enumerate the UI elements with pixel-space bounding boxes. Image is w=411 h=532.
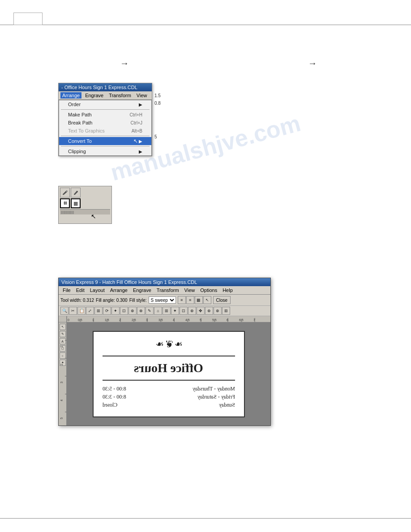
tool-icon-image[interactable]: ▦ xyxy=(71,198,81,208)
toolbar-screenshot: ⌗ ▦ |||||||||||||||| ↖ xyxy=(58,186,112,224)
app-tool-5[interactable]: ⊞ xyxy=(94,307,103,315)
app-toolbar: Tool width: 0.312 Fill angle: 0.300 Fill… xyxy=(59,295,270,306)
app-tool-10[interactable]: ⊗ xyxy=(137,307,145,315)
canvas-workspace: ❧❦❧ Office Hours Monday - Thursday 8:00 … xyxy=(67,322,270,425)
top-border xyxy=(0,25,411,25)
sign-day-1: Monday - Thursday xyxy=(192,386,235,392)
app-menu-transform[interactable]: Transform xyxy=(154,287,181,293)
svg-text:5: 5 xyxy=(200,318,201,322)
app-menu-file[interactable]: File xyxy=(60,287,73,293)
svg-text:3.5: 3.5 xyxy=(158,318,163,322)
sign-ornament: ❧❦❧ xyxy=(154,339,183,350)
tool-icon-pen[interactable] xyxy=(71,188,81,197)
sign-day-3: Sunday xyxy=(219,402,235,408)
app-screenshot: Vision Express 9 - Hatch Fill Office Hou… xyxy=(58,278,271,426)
sign-canvas: ❧❦❧ Office Hours Monday - Thursday 8:00 … xyxy=(93,331,245,417)
ruler-mark-1: 1.5 xyxy=(154,93,161,98)
sign-time-3: Closed xyxy=(103,402,117,408)
app-tool-18[interactable]: ⊕ xyxy=(205,307,213,315)
svg-text:1.5: 1.5 xyxy=(105,318,109,322)
svg-text:3: 3 xyxy=(60,382,63,383)
app-tool-13[interactable]: ⊞ xyxy=(163,307,171,315)
sign-divider-bottom xyxy=(103,380,235,381)
menu-item-break-path[interactable]: Break Path Ctrl+J xyxy=(59,119,151,127)
app-tool-3[interactable]: 📋 xyxy=(77,307,86,315)
app-icon-image-mode[interactable]: ▦ xyxy=(195,296,203,304)
svg-text:1: 1 xyxy=(92,318,94,322)
svg-text:4: 4 xyxy=(60,399,63,401)
cursor-in-menu: ↖ xyxy=(133,138,138,144)
app-menu-help[interactable]: Help xyxy=(220,287,235,293)
sign-title: Office Hours xyxy=(134,361,203,375)
svg-text:5: 5 xyxy=(60,417,63,419)
app-tool-14[interactable]: ✦ xyxy=(171,307,179,315)
fill-style-label: Fill style: xyxy=(129,298,147,303)
svg-text:3: 3 xyxy=(146,318,148,322)
bottom-border xyxy=(0,518,411,519)
app-tool-8[interactable]: ⊡ xyxy=(120,307,128,315)
app-tool-15[interactable]: ⊡ xyxy=(180,307,188,315)
app-tool-12[interactable]: ⌂ xyxy=(154,307,162,315)
svg-text:0: 0 xyxy=(68,318,69,322)
app-menu-layout[interactable]: Layout xyxy=(88,287,107,293)
close-button[interactable]: Close xyxy=(213,296,231,304)
left-ruler: ↖ ✎ A ◻ ○ ✦ 1 2 3 4 xyxy=(59,322,67,425)
tool-icon-link[interactable]: ⌗ xyxy=(60,198,70,208)
menu-view[interactable]: View xyxy=(135,92,149,99)
svg-text:7: 7 xyxy=(253,318,255,322)
app-menu-view[interactable]: View xyxy=(182,287,197,293)
left-ruler-svg: 1 2 3 4 5 xyxy=(59,322,67,425)
sign-day-2: Friday - Saturday xyxy=(197,394,235,400)
app-tool-11[interactable]: ✎ xyxy=(146,307,154,315)
app-tool-6[interactable]: ⟳ xyxy=(103,307,111,315)
app-menu-edit[interactable]: Edit xyxy=(74,287,87,293)
app-tool-2[interactable]: ✂ xyxy=(69,307,77,315)
top-ruler: 0 0.5 1 1.5 2 2.5 3 3.5 4 xyxy=(67,316,270,322)
svg-text:4: 4 xyxy=(173,318,175,322)
workspace-area: 0 0.5 1 1.5 2 2.5 3 3.5 4 xyxy=(59,316,270,425)
menu-item-make-path[interactable]: Make Path Ctrl+H xyxy=(59,111,151,119)
menu-item-clipping[interactable]: Clipping ▶ xyxy=(59,147,151,155)
app-menu-engrave[interactable]: Engrave xyxy=(131,287,154,293)
menu-sep-1 xyxy=(61,109,150,110)
ruler-svg: 0 0.5 1 1.5 2 2.5 3 3.5 4 xyxy=(67,316,270,322)
app-tool-20[interactable]: ⊞ xyxy=(222,307,230,315)
app-tool-19[interactable]: ⊕ xyxy=(214,307,222,315)
sign-hours: Monday - Thursday 8:00 - 5:30 Friday - S… xyxy=(103,386,235,410)
app-menu-options[interactable]: Options xyxy=(198,287,219,293)
fill-style-select[interactable]: S sweep xyxy=(149,296,176,304)
app-tool-1[interactable]: 🔍 xyxy=(60,307,68,315)
app-toolbar-icon-group: ≡ ≡ ▦ ↖ xyxy=(178,296,211,304)
menu-item-text-to-graphics[interactable]: Text To Graphics Alt+B xyxy=(59,127,151,135)
sign-divider-top xyxy=(103,356,235,356)
app-tool-17[interactable]: ✤ xyxy=(197,307,205,315)
app-tool-9[interactable]: ⊕ xyxy=(128,307,137,315)
menu-item-order[interactable]: Order ▶ xyxy=(59,100,151,108)
ruler-row: 0 0.5 1 1.5 2 2.5 3 3.5 4 xyxy=(59,316,270,322)
svg-text:2: 2 xyxy=(119,318,121,322)
menu-transform[interactable]: Transform xyxy=(107,92,133,99)
sign-row-2: Friday - Saturday 8:00 - 3:30 xyxy=(103,394,235,400)
toolbar-inner: ⌗ ▦ |||||||||||||||| xyxy=(59,186,111,216)
app-icon-cursor[interactable]: ↖ xyxy=(203,296,211,304)
app-tool-4[interactable]: ⤢ xyxy=(86,307,94,315)
app-icon-align-left[interactable]: ≡ xyxy=(178,296,186,304)
arrow-step1: → xyxy=(120,58,129,69)
menu-arrange[interactable]: Arrange xyxy=(60,92,81,99)
app-tool-16[interactable]: ⊕ xyxy=(188,307,196,315)
svg-text:6.5: 6.5 xyxy=(239,318,244,322)
svg-text:2.5: 2.5 xyxy=(132,318,136,322)
sign-time-2: 8:00 - 3:30 xyxy=(103,394,126,400)
svg-text:5.5: 5.5 xyxy=(212,318,217,322)
menu-item-convert-to[interactable]: Convert To ▶ ↖ xyxy=(59,137,151,145)
app-icon-align-center[interactable]: ≡ xyxy=(186,296,194,304)
app-tool-7[interactable]: ✦ xyxy=(111,307,120,315)
toolbar-row-1 xyxy=(60,188,110,197)
app-menubar: File Edit Layout Arrange Engrave Transfo… xyxy=(59,286,270,295)
icon-toolbar-row: 🔍 ✂ 📋 ⤢ ⊞ ⟳ ✦ ⊡ ⊕ ⊗ ✎ ⌂ ⊞ ✦ ⊡ ⊕ ✤ ⊕ ⊕ ⊞ xyxy=(59,306,270,316)
menu-engrave[interactable]: Engrave xyxy=(83,92,105,99)
canvas-row: ↖ ✎ A ◻ ○ ✦ 1 2 3 4 xyxy=(59,322,270,425)
app-menu-arrange[interactable]: Arrange xyxy=(108,287,130,293)
tool-icon-pencil[interactable] xyxy=(60,188,70,197)
menu-sep-2 xyxy=(61,136,150,136)
